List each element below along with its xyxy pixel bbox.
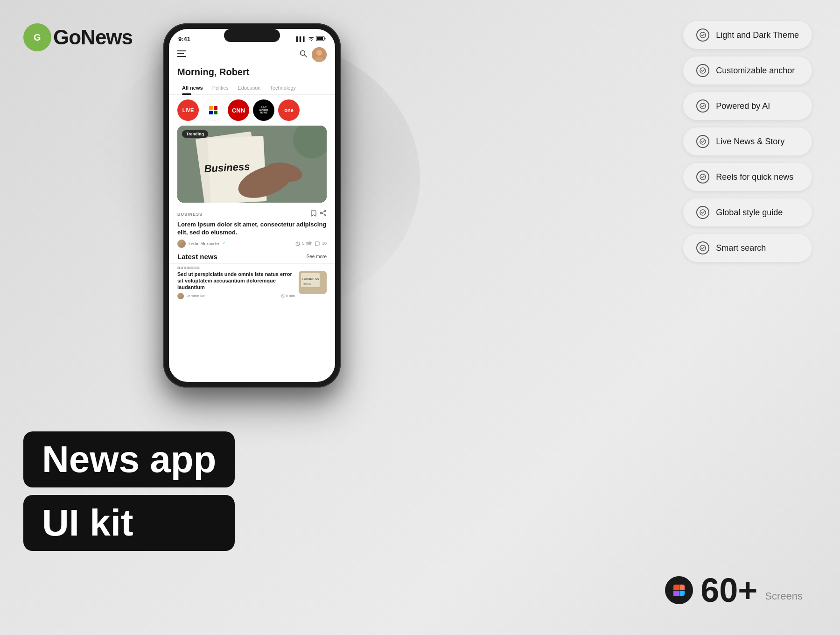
check-icon-3 [696, 99, 709, 113]
article-meta: BUSINESS [169, 207, 335, 220]
bottom-left-text: News app UI kit [23, 431, 235, 551]
svg-point-20 [325, 211, 326, 212]
channel-cnbc[interactable] [203, 99, 224, 121]
svg-text:Business: Business [204, 161, 250, 175]
read-time: 5 min [295, 241, 313, 246]
feature-label-1: Light and Dark Theme [716, 30, 799, 40]
feature-reels: Reels for quick news [683, 163, 812, 191]
article-author: Leslie Alexander ✓ 5 min 10 [169, 239, 335, 251]
svg-line-23 [322, 212, 324, 213]
feature-light-dark: Light and Dark Theme [683, 21, 812, 49]
svg-point-11 [316, 50, 322, 56]
news-item-content: Sed ut perspiciatis unde omnis iste natu… [177, 271, 327, 299]
figma-q3 [673, 591, 679, 596]
menu-button[interactable] [177, 50, 186, 59]
news-read-time: 5 min [281, 294, 295, 298]
svg-line-9 [305, 55, 307, 57]
feature-smart-search: Smart search [683, 234, 812, 262]
feature-label-6: Global style guide [716, 208, 783, 218]
channel-one[interactable]: one [278, 99, 300, 121]
news-item-text: Sed ut perspiciatis unde omnis iste natu… [177, 271, 295, 299]
screens-label: Screens [765, 590, 803, 602]
latest-news-title: Latest news [177, 253, 217, 261]
svg-line-30 [283, 296, 284, 296]
figma-icon [665, 576, 693, 604]
tab-politics[interactable]: Politics [208, 82, 233, 94]
article-actions [311, 210, 327, 218]
svg-rect-3 [325, 38, 326, 40]
header-icons [300, 47, 327, 62]
svg-text:G: G [34, 32, 41, 42]
svg-line-24 [322, 213, 324, 215]
feature-powered-ai: Powered by AI [683, 92, 812, 120]
figma-logo [673, 585, 685, 596]
tab-all-news[interactable]: All news [177, 82, 208, 94]
channel-bbc[interactable]: BBC WORLD NEWS [253, 99, 274, 121]
check-icon-7 [696, 241, 709, 254]
news-item-category: BUSINESS [177, 266, 327, 270]
nav-tabs: All news Politics Education Technology [169, 82, 335, 95]
share-icon[interactable] [320, 210, 327, 218]
feature-label-7: Smart search [716, 243, 766, 253]
comment-count: 10 [315, 241, 327, 246]
phone-mockup: 9:41 ▌▌▌ [163, 23, 341, 388]
news-item-title: Sed ut perspiciatis unde omnis iste natu… [177, 271, 295, 291]
verified-icon: ✓ [222, 241, 225, 246]
check-icon-6 [696, 206, 709, 219]
check-icon-2 [696, 64, 709, 77]
feature-customizable: Customizable anchor [683, 56, 812, 85]
svg-point-21 [325, 214, 326, 216]
channel-live[interactable]: LIVE [177, 99, 199, 121]
search-button[interactable] [300, 50, 307, 59]
author-avatar [177, 240, 186, 248]
svg-point-22 [321, 212, 322, 214]
ui-kit-text: UI kit [23, 495, 235, 551]
author-name: Leslie Alexander [189, 241, 219, 246]
phone-screen: 9:41 ▌▌▌ [169, 29, 335, 382]
feature-style: Global style guide [683, 198, 812, 226]
phone-notch [224, 29, 280, 42]
see-more-button[interactable]: See more [307, 254, 327, 259]
bookmark-icon[interactable] [311, 210, 316, 218]
screens-count: 60+ [700, 573, 757, 607]
bottom-right-badge: 60+ Screens [665, 573, 803, 607]
check-icon-4 [696, 135, 709, 148]
news-item[interactable]: BUSINESS Sed ut perspiciatis unde omnis … [169, 263, 335, 301]
feature-label-2: Customizable anchor [716, 66, 795, 76]
feature-label-4: Live News & Story [716, 137, 784, 147]
figma-q2 [679, 585, 685, 590]
svg-line-27 [298, 244, 299, 244]
logo: G GoNews [23, 23, 133, 51]
news-author-avatar [177, 293, 184, 299]
trending-card[interactable]: Business Trending [177, 126, 327, 203]
figma-q4 [679, 591, 685, 596]
battery-icon [316, 36, 326, 42]
features-list: Light and Dark Theme Customizable anchor… [683, 21, 812, 262]
svg-text:TIMES: TIMES [302, 282, 311, 285]
news-author-name: Jerome Bell [187, 294, 206, 298]
logo-text: GoNews [53, 26, 133, 49]
svg-rect-4 [317, 37, 323, 40]
feature-label-3: Powered by AI [716, 101, 770, 111]
status-time: 9:41 [178, 35, 190, 42]
tab-education[interactable]: Education [233, 82, 265, 94]
channel-cnn[interactable]: CNN [228, 99, 249, 121]
status-icons: ▌▌▌ [296, 36, 326, 42]
app-header [169, 45, 335, 66]
article-title: Lorem ipsum dolor sit amet, consectetur … [169, 220, 335, 239]
article-category: BUSINESS [177, 212, 203, 217]
channels-row: LIVE CNN BBC WORLD NEWS [169, 99, 335, 126]
trending-badge: Trending [182, 130, 208, 138]
wifi-icon [308, 36, 315, 42]
news-app-text: News app [23, 431, 235, 487]
avatar[interactable] [312, 47, 327, 62]
figma-q1 [673, 585, 679, 590]
check-icon-1 [696, 28, 709, 42]
news-item-thumbnail: BUSINESS TIMES [299, 271, 327, 294]
tab-technology[interactable]: Technology [265, 82, 301, 94]
feature-live-news: Live News & Story [683, 127, 812, 155]
signal-icon: ▌▌▌ [296, 36, 306, 42]
logo-icon: G [23, 23, 51, 51]
feature-label-5: Reels for quick news [716, 172, 793, 182]
phone-frame: 9:41 ▌▌▌ [163, 23, 341, 388]
